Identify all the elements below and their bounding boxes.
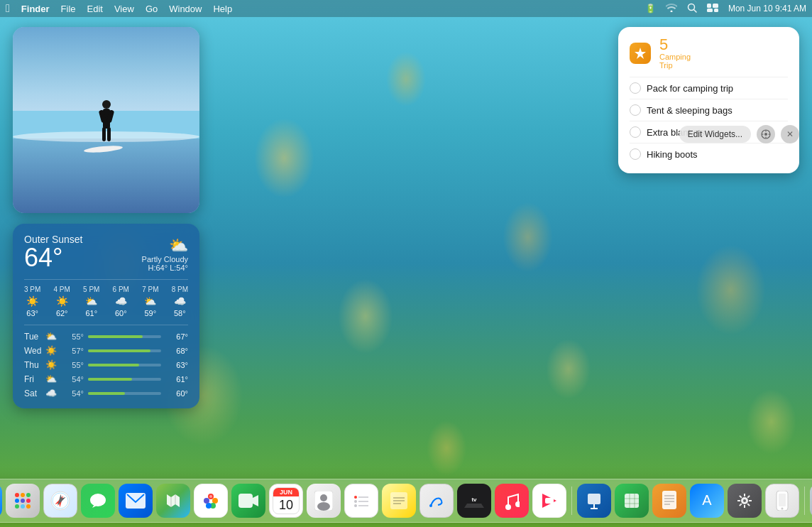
svg-point-65	[505, 504, 511, 510]
svg-rect-11	[107, 127, 111, 141]
svg-rect-52	[351, 491, 371, 511]
dock-separator-2	[804, 487, 805, 515]
svg-point-30	[21, 504, 25, 509]
datetime[interactable]: Mon Jun 10 9:41 AM	[728, 4, 806, 13]
reminder-text-1: Pack for camping trip	[647, 83, 733, 94]
svg-rect-70	[588, 494, 600, 504]
reminder-circle-1[interactable]	[630, 82, 641, 94]
dock-maps[interactable]	[156, 484, 190, 518]
svg-point-6	[102, 100, 111, 109]
svg-text:tv: tv	[471, 496, 477, 503]
control-center-icon[interactable]	[707, 4, 718, 14]
svg-point-57	[354, 504, 357, 507]
reminder-circle-3[interactable]	[630, 126, 641, 138]
svg-point-50	[320, 494, 327, 501]
forecast-fri: Fri ⛅ 54° 61°	[24, 374, 188, 384]
dock-numbers[interactable]	[615, 484, 649, 518]
reminder-item-1: Pack for camping trip	[630, 79, 788, 97]
svg-point-46	[209, 495, 212, 498]
window-menu[interactable]: Window	[169, 4, 202, 14]
dock-reminders[interactable]	[344, 484, 378, 518]
view-menu[interactable]: View	[114, 4, 134, 14]
photo-person	[99, 100, 114, 146]
hour-7pm: 7 PM ⛅ 59°	[142, 286, 158, 317]
svg-point-27	[21, 499, 25, 503]
svg-point-31	[26, 504, 31, 509]
weather-forecast: Tue ⛅ 55° 67° Wed ☀️ 57° 68° Thu ☀️ 55° …	[24, 325, 188, 398]
reminders-count: 5	[659, 37, 691, 53]
svg-rect-73	[625, 494, 639, 508]
dock-finder[interactable]	[0, 484, 2, 518]
reminder-circle-4[interactable]	[630, 148, 641, 160]
hour-8pm: 8 PM ☁️ 58°	[172, 286, 188, 317]
dock-appletv[interactable]: tv	[457, 484, 491, 518]
search-icon[interactable]	[687, 3, 697, 15]
widget-settings-button[interactable]	[757, 125, 775, 143]
file-menu[interactable]: File	[61, 4, 76, 14]
edit-menu[interactable]: Edit	[87, 4, 103, 14]
weather-widget: Outer Sunset 64° ⛅ Partly Cloudy H:64° L…	[13, 224, 199, 408]
svg-rect-3	[713, 4, 718, 8]
svg-point-28	[26, 499, 31, 503]
dock-photos[interactable]	[194, 484, 228, 518]
reminder-circle-2[interactable]	[630, 104, 641, 116]
reminder-item-4: Hiking boots	[630, 145, 788, 163]
dock-separator	[571, 487, 572, 515]
hour-5pm: 5 PM ⛅ 61°	[83, 286, 99, 317]
svg-marker-48	[253, 495, 258, 506]
svg-point-45	[204, 498, 209, 504]
dock-launchpad[interactable]	[6, 484, 40, 518]
svg-point-36	[90, 494, 106, 506]
dock-safari[interactable]	[43, 484, 77, 518]
app-name-menu[interactable]: Finder	[21, 4, 50, 14]
dock-messages[interactable]	[81, 484, 115, 518]
svg-point-42	[212, 498, 218, 504]
svg-point-55	[354, 500, 357, 503]
svg-rect-69	[545, 498, 554, 504]
dock-calendar[interactable]: JUN 10	[269, 484, 303, 518]
svg-point-66	[515, 501, 520, 507]
dock-freeform[interactable]	[419, 484, 454, 518]
svg-line-91	[747, 504, 750, 506]
reminders-widget: 5 CampingTrip Pack for camping trip Tent…	[618, 27, 799, 173]
edit-widgets-button[interactable]: Edit Widgets...	[679, 126, 751, 143]
divider-3	[630, 121, 788, 121]
dock-music[interactable]	[495, 484, 529, 518]
divider-1	[630, 77, 788, 77]
photo-widget	[13, 27, 199, 213]
apple-menu[interactable]: 	[6, 2, 10, 15]
go-menu[interactable]: Go	[146, 4, 158, 14]
reminder-text-4: Hiking boots	[647, 149, 698, 160]
dock-news[interactable]	[532, 484, 566, 518]
weather-hi-lo: H:64° L:54°	[142, 264, 188, 272]
weather-condition: Partly Cloudy	[142, 255, 188, 264]
svg-point-85	[743, 499, 746, 502]
weather-location: Outer Sunset	[24, 234, 83, 245]
svg-rect-2	[707, 4, 711, 8]
svg-point-29	[15, 504, 19, 509]
reminder-text-2: Tent & sleeping bags	[647, 105, 733, 116]
svg-rect-95	[779, 494, 786, 506]
dock-notes[interactable]	[382, 484, 416, 518]
svg-text:A: A	[702, 492, 712, 508]
widget-close-button[interactable]: ✕	[781, 125, 799, 143]
photo-sky	[13, 27, 199, 111]
reminders-header: 5 CampingTrip	[630, 37, 788, 70]
dock-contacts[interactable]	[307, 484, 341, 518]
reminders-count-block: 5 CampingTrip	[659, 37, 691, 70]
svg-line-1	[693, 9, 696, 12]
reminder-item-2: Tent & sleeping bags	[630, 101, 788, 119]
dock-pages[interactable]	[652, 484, 686, 518]
hour-4pm: 4 PM ☀️ 62°	[54, 286, 70, 317]
dock-appstore[interactable]: A	[690, 484, 724, 518]
battery-icon: 🔋	[645, 4, 656, 13]
dock-keynote[interactable]	[577, 484, 611, 518]
dock-system-preferences[interactable]	[728, 484, 762, 518]
dock-iphone-mirroring[interactable]	[765, 484, 799, 518]
svg-point-96	[781, 508, 784, 510]
forecast-thu: Thu ☀️ 55° 63°	[24, 359, 188, 370]
dock-facetime[interactable]	[231, 484, 265, 518]
help-menu[interactable]: Help	[213, 4, 232, 14]
dock-mail[interactable]	[119, 484, 153, 518]
forecast-tue: Tue ⛅ 55° 67°	[24, 331, 188, 342]
